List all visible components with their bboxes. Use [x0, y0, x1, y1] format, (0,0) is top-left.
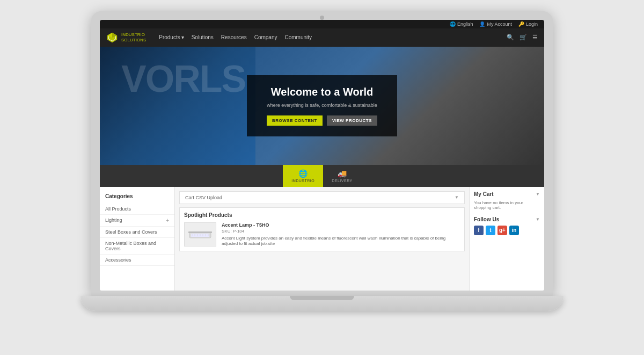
logo-diamond-icon	[106, 32, 118, 44]
sidebar-item-accessories[interactable]: Accessories	[100, 255, 174, 266]
social-icons: f t g+ in	[474, 226, 540, 235]
hero-title: Welcome to a World	[263, 86, 381, 98]
csv-upload-label: Cart CSV Upload	[185, 195, 222, 200]
login-icon: 🔑	[518, 21, 524, 27]
svg-rect-13	[188, 231, 212, 233]
categories-sidebar: Categories All Products Lighting + Steel…	[100, 187, 175, 291]
nav-icons: 🔍 🛒 ☰	[507, 34, 538, 41]
nav-solutions[interactable]: Solutions	[192, 34, 214, 40]
sidebar-item-all-products[interactable]: All Products	[100, 204, 174, 215]
follow-section: Follow Us ▼ f t g+ in	[474, 216, 540, 235]
nav-products[interactable]: Products ▾	[159, 34, 184, 40]
screen-bezel: 🌐 English 👤 My Account 🔑 Login	[91, 11, 553, 296]
linkedin-icon[interactable]: in	[509, 226, 519, 235]
cart-empty-message: You have no items in your shopping cart.	[474, 200, 540, 210]
google-plus-icon[interactable]: g+	[497, 226, 507, 235]
hero-section: VORLS Welcome to a World where everythin…	[100, 47, 544, 165]
main-content: Cart CSV Upload ▼ Spotlight Products	[175, 187, 469, 291]
product-row: Accent Lamp - T5HO SKU: P-104 Accent Lig…	[184, 222, 460, 247]
product-image	[184, 222, 216, 247]
expand-lighting-icon: +	[166, 218, 169, 223]
nav-company[interactable]: Company	[254, 34, 277, 40]
product-description: Accent Light system provides an easy and…	[222, 236, 460, 247]
nav-community[interactable]: Community	[284, 34, 312, 40]
logo[interactable]: INDUSTRIO SOLUTIONS	[106, 32, 146, 44]
main-nav: INDUSTRIO SOLUTIONS Products ▾ Solutions…	[100, 28, 544, 47]
chevron-down-icon: ▾	[181, 34, 184, 40]
product-name: Accent Lamp - T5HO	[222, 222, 460, 228]
my-account-link[interactable]: 👤 My Account	[479, 21, 512, 27]
cart-icon[interactable]: 🛒	[519, 34, 527, 41]
industrio-tab-icon: 🌐	[298, 169, 308, 178]
follow-title-label: Follow Us	[474, 216, 499, 222]
cart-title-label: My Cart	[474, 191, 494, 197]
spotlight-title: Spotlight Products	[184, 212, 460, 218]
laptop-base	[80, 296, 564, 311]
sidebar-item-lighting[interactable]: Lighting +	[100, 215, 174, 227]
language-selector[interactable]: 🌐 English	[450, 21, 473, 27]
tab-delivery[interactable]: 🚚 DELIVERY	[323, 165, 361, 187]
categories-title: Categories	[100, 191, 174, 204]
product-info: Accent Lamp - T5HO SKU: P-104 Accent Lig…	[222, 222, 460, 247]
search-icon[interactable]: 🔍	[507, 34, 514, 41]
csv-upload-bar[interactable]: Cart CSV Upload ▼	[179, 191, 465, 204]
product-lamp-svg	[187, 226, 214, 242]
globe-icon: 🌐	[450, 21, 456, 27]
utility-bar: 🌐 English 👤 My Account 🔑 Login	[100, 20, 544, 28]
hero-subtitle: where everything is safe, comfortable & …	[263, 103, 381, 108]
follow-title: Follow Us ▼	[474, 216, 540, 222]
right-sidebar: My Cart ▼ You have no items in your shop…	[469, 187, 544, 291]
csv-chevron-icon: ▼	[455, 195, 459, 200]
tab-bar: 🌐 INDUSTRIO 🚚 DELIVERY	[100, 165, 544, 187]
screen: 🌐 English 👤 My Account 🔑 Login	[100, 20, 544, 291]
industrio-tab-label: INDUSTRIO	[291, 179, 314, 183]
nav-resources[interactable]: Resources	[221, 34, 247, 40]
hero-buttons: BROWSE CONTENT VIEW PRODUCTS	[263, 115, 381, 126]
website: 🌐 English 👤 My Account 🔑 Login	[100, 20, 544, 291]
product-sku: SKU: P-104	[222, 229, 460, 234]
logo-text: INDUSTRIO SOLUTIONS	[121, 32, 146, 42]
delivery-tab-icon: 🚚	[338, 169, 347, 178]
tab-industrio[interactable]: 🌐 INDUSTRIO	[283, 165, 323, 187]
view-products-button[interactable]: VIEW PRODUCTS	[327, 115, 377, 126]
laptop-container: 🌐 English 👤 My Account 🔑 Login	[80, 11, 564, 344]
follow-chevron-icon: ▼	[536, 217, 540, 222]
cart-section: My Cart ▼	[474, 191, 540, 197]
twitter-icon[interactable]: t	[486, 226, 495, 235]
spotlight-section: Spotlight Products	[179, 207, 465, 252]
browse-content-button[interactable]: BROWSE CONTENT	[267, 115, 323, 126]
hero-content: Welcome to a World where everything is s…	[247, 75, 397, 136]
nav-links: Products ▾ Solutions Resources Company C…	[159, 34, 498, 40]
content-area: Categories All Products Lighting + Steel…	[100, 187, 544, 291]
sidebar-item-steel-boxes[interactable]: Steel Boxes and Covers	[100, 227, 174, 238]
login-link[interactable]: 🔑 Login	[518, 21, 538, 27]
menu-icon[interactable]: ☰	[532, 34, 538, 41]
hero-bg-text: VORLS	[121, 57, 245, 100]
account-icon: 👤	[479, 21, 485, 27]
delivery-tab-label: DELIVERY	[332, 179, 353, 183]
facebook-icon[interactable]: f	[474, 226, 484, 235]
sidebar-item-non-metallic[interactable]: Non-Metallic Boxes and Covers	[100, 238, 174, 255]
cart-chevron-icon: ▼	[536, 192, 540, 197]
